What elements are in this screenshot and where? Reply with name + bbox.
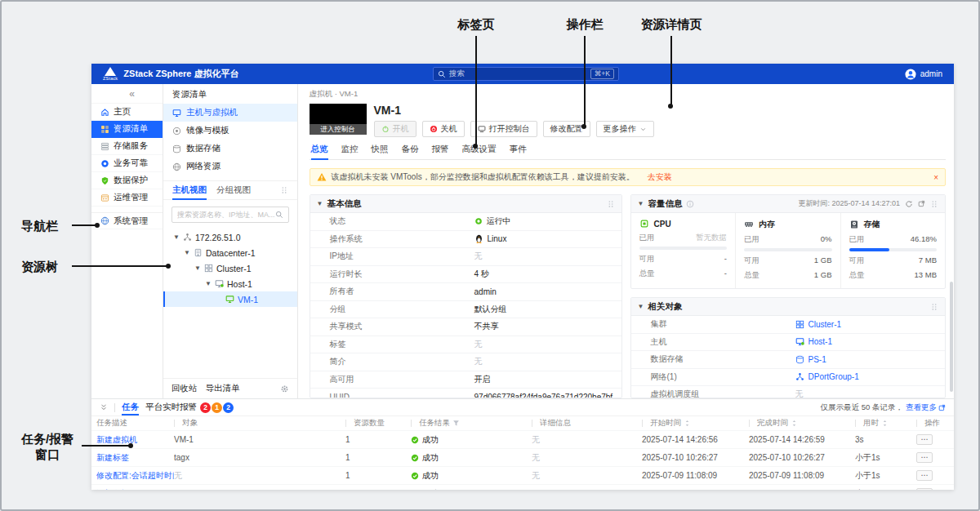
info-row-value: 无 bbox=[474, 339, 483, 350]
user-menu[interactable]: admin bbox=[905, 69, 942, 80]
sidebar-item-系统管理[interactable]: 系统管理 bbox=[91, 212, 163, 229]
tree-caret-icon[interactable]: ▼ bbox=[173, 233, 180, 241]
tab-监控[interactable]: 监控 bbox=[340, 144, 360, 159]
external-link-icon[interactable] bbox=[918, 200, 925, 207]
close-icon[interactable]: × bbox=[933, 173, 938, 182]
task-row-新建虚拟机: 新建虚拟机VM-11成功无2025-07-14 14:26:562025-07-… bbox=[91, 431, 954, 449]
capacity-name: 内存 bbox=[744, 219, 832, 230]
tab-快照[interactable]: 快照 bbox=[370, 144, 390, 159]
recycle-bin-link[interactable]: 回收站 bbox=[172, 383, 198, 394]
info-row-UUID: UUID97d066778af24fda9e76a71d220be7bf bbox=[310, 389, 621, 398]
tree-search-input[interactable]: 搜索资源名称、IP地址、MA... bbox=[172, 207, 289, 223]
export-list-link[interactable]: 导出清单 bbox=[206, 383, 240, 394]
sort-icon[interactable] bbox=[881, 420, 889, 427]
more-actions-button[interactable]: ⋯ bbox=[916, 434, 933, 445]
tree-caret-icon[interactable]: ▼ bbox=[205, 280, 212, 287]
collapse-caret-icon[interactable]: ▼ bbox=[638, 303, 644, 310]
resource-item-网络资源[interactable]: 网络资源 bbox=[163, 158, 297, 176]
sidebar-item-资源清单[interactable]: 资源清单 bbox=[91, 121, 163, 138]
resource-item-镜像与模板[interactable]: 镜像与模板 bbox=[163, 122, 297, 140]
resource-panel-title: 资源清单 bbox=[163, 84, 297, 104]
column-header-开始时间[interactable]: 开始时间 bbox=[642, 418, 749, 429]
enter-console-button[interactable]: 进入控制台 bbox=[310, 124, 367, 135]
action-button-修改配置[interactable]: 修改配置 bbox=[543, 121, 590, 137]
sidebar-item-业务可靠[interactable]: 业务可靠 bbox=[91, 155, 163, 172]
related-link-PS-1[interactable]: PS-1 bbox=[795, 355, 826, 364]
tab-备份[interactable]: 备份 bbox=[400, 144, 421, 159]
related-link-Host-1[interactable]: Host-1 bbox=[795, 337, 832, 346]
resource-item-主机与虚拟机[interactable]: 主机与虚拟机 bbox=[163, 104, 297, 122]
task-description-link[interactable]: 新建虚拟机 bbox=[96, 434, 174, 446]
drag-handle-icon[interactable] bbox=[930, 303, 938, 311]
layout-options-icon[interactable] bbox=[280, 186, 288, 194]
gear-icon[interactable] bbox=[280, 384, 289, 393]
install-vmtools-link[interactable]: 去安装 bbox=[648, 171, 672, 183]
task-end-time: 2025-07-10 10:26:27 bbox=[749, 453, 855, 462]
task-resource-count: 1 bbox=[345, 453, 411, 462]
sidebar-item-运维管理[interactable]: 运维管理 bbox=[91, 189, 163, 207]
sidebar-item-数据保护[interactable]: 数据保护 bbox=[91, 172, 163, 189]
tree-node-Host-1[interactable]: ▼Host-1 bbox=[163, 276, 297, 291]
vertical-scrollbar[interactable] bbox=[950, 282, 953, 392]
more-actions-button[interactable]: ⋯ bbox=[916, 488, 933, 490]
action-button-打开控制台[interactable]: 打开控制台 bbox=[470, 121, 537, 137]
tab-高级设置[interactable]: 高级设置 bbox=[461, 144, 498, 159]
tree-node-Cluster-1[interactable]: ▼Cluster-1 bbox=[163, 260, 297, 276]
sidebar-item-主页[interactable]: 主页 bbox=[91, 104, 163, 121]
related-row-label: 虚拟机调度组 bbox=[631, 389, 795, 398]
view-more-link[interactable]: 查看更多 bbox=[906, 402, 946, 413]
task-description-link[interactable]: 新建标签 bbox=[96, 452, 174, 464]
action-button-更多操作[interactable]: 更多操作 bbox=[596, 121, 654, 137]
resource-item-数据存储[interactable]: 数据存储 bbox=[163, 140, 297, 158]
basic-info-title: 基本信息 bbox=[327, 198, 361, 210]
drag-handle-icon[interactable] bbox=[930, 200, 938, 208]
collapse-caret-icon[interactable]: ▼ bbox=[638, 200, 644, 207]
tree-node-172.26.51.0[interactable]: ▼172.26.51.0 bbox=[163, 229, 297, 245]
tab-group-view[interactable]: 分组视图 bbox=[216, 181, 251, 199]
tree-caret-icon[interactable]: ▼ bbox=[194, 264, 201, 272]
cluster-icon bbox=[204, 264, 213, 273]
related-link-DPortGroup-1[interactable]: DPortGroup-1 bbox=[795, 372, 859, 381]
task-row-添加主机: 添加主机172.26.51.0(172.26.51.0)1成功无2025-07-… bbox=[91, 485, 954, 490]
task-duration: 小于1s bbox=[855, 452, 916, 464]
sidebar-collapse-button[interactable]: « bbox=[91, 84, 163, 104]
tab-tasks[interactable]: 任务 bbox=[122, 399, 139, 415]
refresh-icon[interactable] bbox=[905, 200, 913, 208]
breadcrumb-vm[interactable]: 虚拟机 bbox=[310, 89, 333, 98]
collapse-panel-icon[interactable] bbox=[100, 403, 108, 411]
tab-总览[interactable]: 总览 bbox=[310, 144, 330, 159]
info-icon bbox=[686, 200, 694, 208]
annotation-tabs-dot bbox=[473, 144, 478, 149]
global-search-input[interactable]: 搜索 ⌘+K bbox=[433, 67, 619, 81]
sidebar-item-label: 资源清单 bbox=[114, 123, 148, 135]
action-button-关机[interactable]: 关机 bbox=[422, 121, 465, 137]
sidebar-item-存储服务[interactable]: 存储服务 bbox=[91, 138, 163, 155]
tab-事件[interactable]: 事件 bbox=[508, 144, 528, 159]
power-on-icon bbox=[381, 125, 390, 133]
tree-node-Datacenter-1[interactable]: ▼Datacenter-1 bbox=[163, 245, 297, 260]
task-start-time: 2025-07-14 14:26:56 bbox=[642, 435, 749, 444]
capacity-header: ▼ 容量信息 更新时间: 2025-07-14 14:27:01 bbox=[631, 195, 945, 213]
tree-node-VM-1[interactable]: VM-1 bbox=[163, 291, 297, 307]
drag-handle-icon[interactable] bbox=[607, 200, 615, 208]
more-actions-button[interactable]: ⋯ bbox=[916, 470, 933, 481]
task-description-link[interactable]: 添加主机 bbox=[96, 488, 174, 491]
action-button-开机[interactable]: 开机 bbox=[374, 121, 416, 137]
tab-host-view[interactable]: 主机视图 bbox=[172, 181, 207, 199]
more-actions-button[interactable]: ⋯ bbox=[916, 452, 933, 463]
tab-报警[interactable]: 报警 bbox=[430, 144, 451, 159]
total-label: 总量 bbox=[744, 270, 760, 281]
column-header-任务结果[interactable]: 任务结果 bbox=[411, 418, 532, 429]
related-link-Cluster-1[interactable]: Cluster-1 bbox=[795, 320, 842, 329]
related-row-label: 网络(1) bbox=[631, 371, 795, 383]
column-header-用时[interactable]: 用时 bbox=[855, 418, 916, 429]
tree-caret-icon[interactable]: ▼ bbox=[184, 249, 190, 256]
column-header-完成时间[interactable]: 完成时间 bbox=[749, 418, 855, 429]
vm-console-thumbnail[interactable]: 进入控制台 bbox=[310, 104, 367, 135]
filter-icon[interactable] bbox=[452, 420, 460, 427]
sort-icon[interactable] bbox=[684, 420, 691, 427]
task-description-link[interactable]: 修改配置:会话超时时间 bbox=[96, 470, 174, 482]
collapse-caret-icon[interactable]: ▼ bbox=[317, 200, 323, 207]
tab-platform-alarms[interactable]: 平台实时报警 212 bbox=[145, 399, 234, 415]
sort-icon[interactable] bbox=[791, 420, 798, 427]
